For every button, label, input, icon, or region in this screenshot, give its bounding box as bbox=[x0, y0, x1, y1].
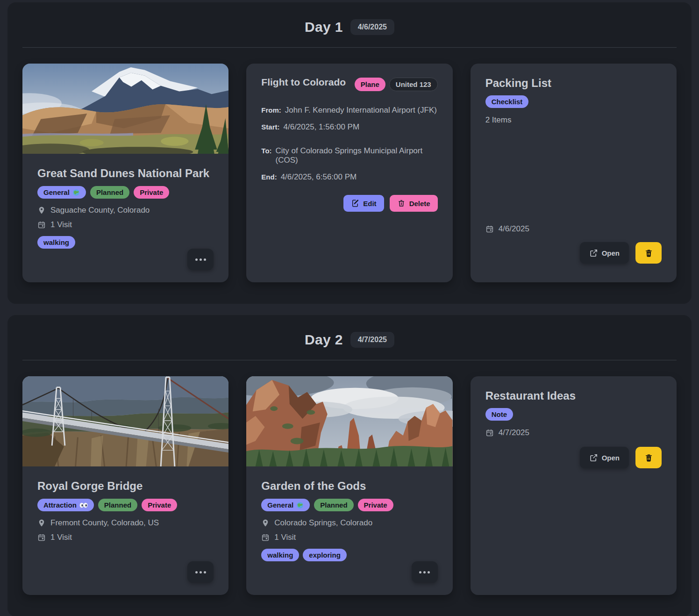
note-actions: Open bbox=[485, 447, 662, 468]
day-2-title: Day 2 bbox=[305, 332, 343, 348]
adventure-title: Garden of the Gods bbox=[261, 480, 437, 493]
edit-label: Edit bbox=[363, 200, 376, 208]
edit-button[interactable]: Edit bbox=[343, 195, 384, 212]
start-value: 4/6/2025, 1:56:00 PM bbox=[284, 122, 360, 132]
location-pin-icon bbox=[37, 519, 46, 527]
edit-icon bbox=[351, 199, 359, 208]
delete-label: Delete bbox=[409, 200, 430, 208]
ellipsis-icon bbox=[419, 571, 421, 573]
transport-badges: Plane United 123 bbox=[355, 78, 438, 91]
checklist-actions: Open bbox=[485, 242, 662, 264]
category-badge: General bbox=[261, 499, 310, 511]
category-label: Attraction bbox=[43, 500, 77, 510]
transport-header: Flight to Colorado Plane United 123 bbox=[261, 77, 437, 91]
visits-text: 1 Visit bbox=[50, 533, 72, 542]
transportation-card-flight: Flight to Colorado Plane United 123 From… bbox=[246, 64, 452, 282]
visits-text: 1 Visit bbox=[274, 533, 296, 542]
adventure-card-garden-of-the-gods[interactable]: Garden of the Gods General Planned Priva… bbox=[246, 376, 452, 595]
divider bbox=[22, 360, 677, 360]
status-badge: Planned bbox=[98, 499, 137, 511]
transport-mode-badge: Plane bbox=[355, 78, 385, 91]
open-button[interactable]: Open bbox=[580, 447, 629, 468]
adventure-card-royal-gorge[interactable]: Royal Gorge Bridge Attraction Planned Pr… bbox=[22, 376, 228, 595]
to-row: To: City of Colorado Springs Municipal A… bbox=[261, 146, 437, 165]
category-badge: General bbox=[37, 186, 86, 199]
activity-tag: exploring bbox=[303, 549, 347, 561]
delete-button[interactable]: Delete bbox=[390, 195, 438, 212]
category-label: General bbox=[267, 500, 293, 510]
transport-title: Flight to Colorado bbox=[261, 77, 346, 88]
location-text: Colorado Springs, Colorado bbox=[274, 518, 372, 528]
checklist-date-row: 4/6/2025 bbox=[485, 224, 662, 234]
category-badge: Attraction bbox=[37, 499, 94, 511]
note-title: Restaurant Ideas bbox=[485, 389, 662, 402]
day-2-date-badge: 4/7/2025 bbox=[350, 332, 394, 348]
calendar-icon bbox=[485, 429, 494, 437]
ellipsis-icon bbox=[195, 571, 198, 573]
location-row: Saguache County, Colorado bbox=[37, 206, 214, 215]
eyes-emoji-icon bbox=[79, 502, 88, 508]
adventure-title: Royal Gorge Bridge bbox=[37, 480, 214, 493]
globe-emoji-icon bbox=[72, 189, 80, 196]
from-row: From: John F. Kennedy International Airp… bbox=[261, 106, 437, 115]
day-2-header: Day 2 4/7/2025 bbox=[22, 329, 677, 360]
day-1-date-badge: 4/6/2025 bbox=[350, 19, 394, 35]
checklist-type-badge: Checklist bbox=[485, 95, 529, 108]
visits-row: 1 Visit bbox=[37, 533, 214, 542]
tag-row: walking exploring bbox=[261, 549, 437, 561]
checklist-title: Packing List bbox=[485, 77, 662, 90]
delete-checklist-button[interactable] bbox=[635, 242, 662, 264]
delete-note-button[interactable] bbox=[635, 447, 662, 468]
visibility-badge: Private bbox=[358, 499, 393, 511]
day-2-cards-grid: Royal Gorge Bridge Attraction Planned Pr… bbox=[22, 376, 677, 595]
globe-emoji-icon bbox=[296, 501, 304, 509]
garden-of-the-gods-photo bbox=[246, 376, 452, 466]
visits-text: 1 Visit bbox=[50, 220, 72, 229]
location-text: Fremont County, Colorado, US bbox=[50, 518, 159, 528]
calendar-icon bbox=[485, 225, 494, 233]
start-row: Start: 4/6/2025, 1:56:00 PM bbox=[261, 122, 437, 132]
activity-tag: walking bbox=[37, 236, 75, 249]
badge-row: Attraction Planned Private bbox=[37, 499, 214, 511]
note-card-restaurant-ideas: Restaurant Ideas Note 4/7/2025 Open bbox=[471, 376, 677, 595]
location-row: Fremont County, Colorado, US bbox=[37, 518, 214, 528]
location-pin-icon bbox=[261, 519, 270, 527]
to-label: To: bbox=[261, 147, 271, 155]
start-label: Start: bbox=[261, 123, 279, 131]
visits-row: 1 Visit bbox=[37, 220, 214, 229]
end-value: 4/6/2025, 6:56:00 PM bbox=[281, 172, 357, 182]
open-label: Open bbox=[602, 249, 620, 257]
card-menu-button[interactable] bbox=[412, 561, 438, 583]
sand-dunes-photo bbox=[22, 64, 228, 154]
calendar-icon bbox=[37, 221, 46, 229]
note-date-row: 4/7/2025 bbox=[485, 428, 662, 437]
checklist-card-packing-list: Packing List Checklist 2 Items 4/6/2025 … bbox=[471, 64, 677, 282]
transport-actions: Edit Delete bbox=[261, 195, 437, 212]
to-value: City of Colorado Springs Municipal Airpo… bbox=[276, 146, 438, 165]
day-1-cards-grid: Great Sand Dunes National Park General P… bbox=[22, 64, 677, 282]
visits-row: 1 Visit bbox=[261, 533, 437, 542]
badge-row: General Planned Private bbox=[37, 186, 214, 199]
ellipsis-icon bbox=[195, 258, 198, 261]
card-menu-button[interactable] bbox=[187, 561, 214, 583]
calendar-icon bbox=[37, 533, 46, 542]
trash-icon bbox=[397, 199, 406, 208]
status-badge: Planned bbox=[314, 499, 353, 511]
day-1-section: Day 1 4/6/2025 bbox=[7, 2, 692, 304]
adventure-title: Great Sand Dunes National Park bbox=[37, 167, 214, 180]
flight-number-badge: United 123 bbox=[389, 78, 438, 91]
end-label: End: bbox=[261, 173, 277, 181]
end-row: End: 4/6/2025, 6:56:00 PM bbox=[261, 172, 437, 182]
visibility-badge: Private bbox=[142, 499, 177, 511]
note-type-badge: Note bbox=[485, 408, 513, 421]
category-label: General bbox=[43, 187, 70, 197]
from-label: From: bbox=[261, 106, 281, 114]
open-button[interactable]: Open bbox=[580, 242, 629, 264]
note-date: 4/7/2025 bbox=[499, 428, 529, 437]
card-menu-button[interactable] bbox=[187, 249, 214, 270]
royal-gorge-photo bbox=[22, 376, 228, 466]
location-pin-icon bbox=[37, 206, 46, 215]
external-link-icon bbox=[589, 249, 598, 258]
day-2-section: Day 2 4/7/2025 bbox=[7, 315, 692, 616]
adventure-card-great-sand-dunes[interactable]: Great Sand Dunes National Park General P… bbox=[22, 64, 228, 282]
